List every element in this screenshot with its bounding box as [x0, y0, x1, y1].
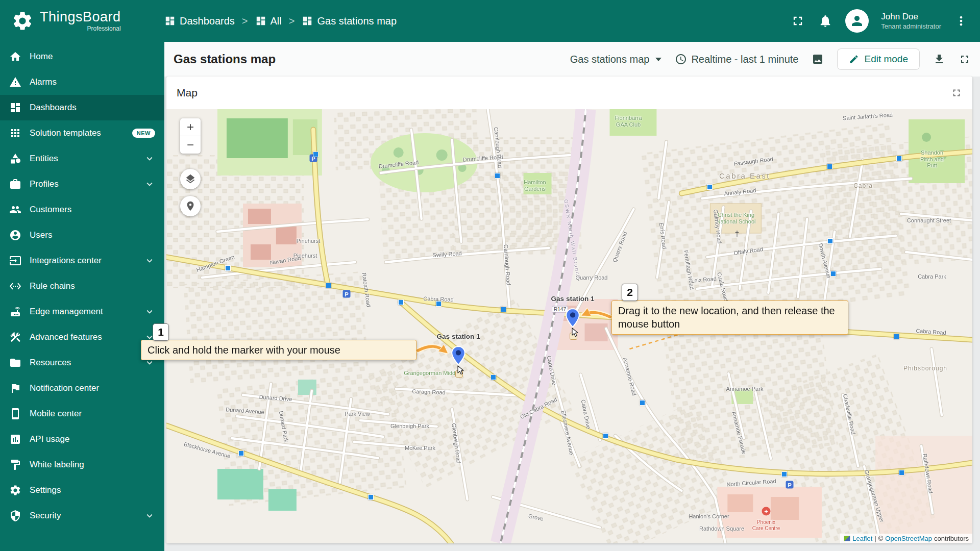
- sidebar-item-api-usage[interactable]: API usage: [0, 427, 164, 452]
- map-canvas[interactable]: Fionnbarra GAA ClubDrumcliffe RoadDrumcl…: [166, 109, 972, 543]
- map-vertex-handle[interactable]: [225, 265, 231, 271]
- map-vertex-handle[interactable]: [830, 271, 836, 277]
- map-vertex-handle[interactable]: [827, 238, 833, 244]
- layers-control[interactable]: [180, 169, 201, 189]
- fullscreen-button[interactable]: [790, 13, 805, 29]
- sidebar-item-label: API usage: [30, 434, 69, 444]
- dropdown-caret-icon: [655, 58, 662, 61]
- sidebar-item-advanced-features[interactable]: Advanced features: [0, 324, 164, 350]
- edit-mode-button[interactable]: Edit mode: [837, 48, 920, 70]
- breadcrumb-item-all[interactable]: All: [255, 15, 282, 27]
- dashboard-toolbar-actions: Gas stations map Realtime - last 1 minut…: [570, 48, 971, 70]
- map-vertex-handle[interactable]: [368, 494, 374, 500]
- dashboard-image-button[interactable]: [812, 53, 824, 65]
- new-badge: NEW: [132, 129, 155, 138]
- breadcrumb-label: All: [271, 15, 282, 27]
- map-vertex-handle[interactable]: [238, 450, 244, 456]
- sidebar-item-label: Customers: [30, 205, 71, 215]
- advanced-icon: [9, 331, 21, 343]
- marker-pin-icon: [566, 308, 580, 328]
- map-poi-church-icon: †: [735, 230, 740, 239]
- sidebar-item-resources[interactable]: Resources: [0, 350, 164, 375]
- map-widget-card: Map: [166, 77, 972, 543]
- templates-icon: [9, 127, 21, 139]
- sidebar-item-rule-chains[interactable]: Rule chains: [0, 273, 164, 299]
- sidebar-item-entities[interactable]: Entities: [0, 146, 164, 171]
- dashboard-select[interactable]: Gas stations map: [570, 54, 662, 65]
- sidebar-item-integrations-center[interactable]: Integrations center: [0, 248, 164, 273]
- sidebar-item-label: Resources: [30, 358, 71, 368]
- map-vertex-handle[interactable]: [398, 299, 404, 305]
- avatar[interactable]: [845, 9, 869, 33]
- sidebar-item-dashboards[interactable]: Dashboards: [0, 95, 164, 120]
- map-vertex-handle[interactable]: [436, 301, 442, 307]
- notifications-button[interactable]: [818, 13, 833, 29]
- mobile-icon: [9, 408, 21, 420]
- sidebar-item-edge-management[interactable]: Edge management: [0, 299, 164, 324]
- timewindow-button[interactable]: Realtime - last 1 minute: [675, 53, 798, 65]
- sidebar-item-mobile-center[interactable]: Mobile center: [0, 401, 164, 427]
- more-menu-button[interactable]: [953, 13, 969, 29]
- sidebar-item-security[interactable]: Security: [0, 503, 164, 529]
- widget-fullscreen-icon[interactable]: [951, 87, 962, 98]
- map-vertex-handle[interactable]: [501, 307, 506, 312]
- leaflet-link[interactable]: Leaflet: [852, 535, 872, 542]
- map-vertex-handle[interactable]: [894, 334, 899, 339]
- chevron-down-icon: [144, 255, 155, 266]
- sidebar-item-alarms[interactable]: Alarms: [0, 69, 164, 95]
- marker-label: Gas station 1: [551, 295, 595, 303]
- home-icon: [9, 51, 21, 63]
- fullscreen-icon: [791, 14, 805, 28]
- sidebar-item-label: Settings: [30, 485, 61, 495]
- layers-icon: [185, 173, 196, 185]
- sidebar-item-settings[interactable]: Settings: [0, 478, 164, 503]
- map-vertex-handle[interactable]: [491, 374, 496, 380]
- topbar-actions: John Doe Tenant administrator: [790, 9, 969, 33]
- user-name: John Doe: [881, 11, 941, 22]
- sidebar-item-notification-center[interactable]: Notification center: [0, 375, 164, 401]
- user-role: Tenant administrator: [881, 22, 941, 31]
- dashboard-fullscreen-button[interactable]: [959, 53, 971, 65]
- map-vertex-handle[interactable]: [781, 471, 787, 477]
- timewindow-value: Realtime - last 1 minute: [691, 54, 798, 65]
- attribution-suffix: contributors: [934, 535, 969, 542]
- locate-control[interactable]: [180, 196, 201, 216]
- map-vertex-handle[interactable]: [896, 156, 902, 161]
- map-vertex-handle[interactable]: [313, 152, 318, 157]
- dashboard-toolbar: Gas stations map Gas stations map Realti…: [164, 42, 980, 77]
- sidebar-item-solution-templates[interactable]: Solution templatesNEW: [0, 120, 164, 146]
- drag-cursor-icon: [457, 365, 464, 375]
- sidebar-item-label: Rule chains: [30, 281, 75, 291]
- tutorial-step-1-badge: 1: [153, 323, 169, 341]
- map-vertex-handle[interactable]: [495, 173, 500, 179]
- sidebar-item-customers[interactable]: Customers: [0, 197, 164, 222]
- whitelabel-icon: [9, 459, 21, 471]
- sidebar-item-label: Integrations center: [30, 256, 102, 266]
- map-vertex-handle[interactable]: [640, 400, 645, 406]
- sidebar-item-label: Profiles: [30, 179, 59, 189]
- dashboards-icon: [9, 102, 21, 114]
- sidebar-item-home[interactable]: Home: [0, 44, 164, 69]
- settings-icon: [9, 484, 21, 496]
- map-poi-parking-icon: P: [786, 481, 794, 489]
- zoom-in-button[interactable]: +: [180, 118, 201, 136]
- sidebar-item-white-labeling[interactable]: White labeling: [0, 452, 164, 478]
- sidebar-item-profiles[interactable]: Profiles: [0, 171, 164, 197]
- map-vertex-handle[interactable]: [326, 283, 331, 288]
- download-dashboard-button[interactable]: [933, 53, 945, 65]
- sidebar-item-label: Mobile center: [30, 409, 82, 419]
- thingsboard-logo[interactable]: ThingsBoard Professional: [11, 10, 164, 32]
- map-vertex-handle[interactable]: [827, 164, 832, 169]
- user-menu[interactable]: John Doe Tenant administrator: [881, 11, 941, 31]
- sidebar-item-users[interactable]: Users: [0, 222, 164, 248]
- map-vertex-handle[interactable]: [707, 184, 713, 190]
- zoom-out-button[interactable]: −: [180, 136, 201, 154]
- app-title: ThingsBoard: [40, 10, 121, 24]
- breadcrumb-item-dashboards[interactable]: Dashboards: [164, 15, 235, 27]
- tutorial-step-2-badge: 2: [622, 284, 638, 301]
- map-vertex-handle[interactable]: [603, 433, 608, 439]
- attribution-copyright: ©: [878, 535, 884, 542]
- breadcrumb-item-gas-stations-map[interactable]: Gas stations map: [302, 15, 397, 27]
- map-vertex-handle[interactable]: [899, 470, 904, 475]
- osm-link[interactable]: OpenStreetMap: [885, 535, 932, 542]
